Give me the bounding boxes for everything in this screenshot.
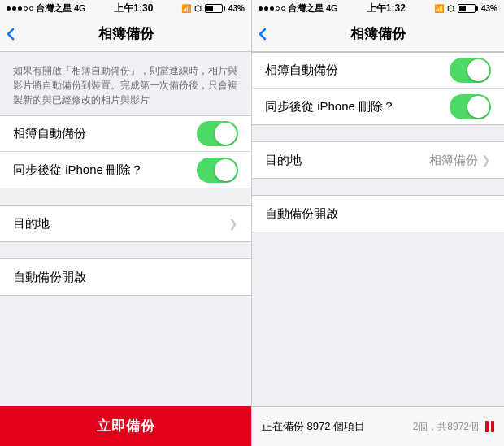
- wifi-icon-left: 📶: [181, 4, 191, 13]
- destination-value-text-right: 相簿備份: [429, 153, 478, 168]
- section-main-left: 相簿自動備份 同步後從 iPhone 刪除？: [0, 115, 251, 188]
- autoopen-label-left: 自動備份開啟: [13, 270, 86, 285]
- carrier-right: 台灣之星: [288, 2, 324, 15]
- right-panel: 台灣之星 4G 上午1:32 📶 ⬡ 43% 相簿備份: [252, 0, 504, 446]
- nav-title-left: 相簿備份: [98, 24, 154, 43]
- section-destination-right: 目的地 相簿備份 ❯: [252, 141, 504, 179]
- nav-bar-left: 相簿備份: [0, 16, 251, 52]
- row-destination-left[interactable]: 目的地 ❯: [0, 206, 251, 241]
- spacer2-right: [252, 179, 504, 195]
- auto-backup-toggle-left[interactable]: [197, 121, 238, 146]
- sync-delete-toggle-right[interactable]: [450, 94, 491, 119]
- section-main-right: 相簿自動備份 同步後從 iPhone 刪除？: [252, 52, 504, 125]
- status-bar-left-left: 台灣之星 4G: [7, 2, 86, 15]
- battery-right: [458, 4, 478, 13]
- row-destination-right[interactable]: 目的地 相簿備份 ❯: [252, 142, 504, 178]
- destination-label-left: 目的地: [13, 216, 50, 232]
- left-panel: 台灣之星 4G 上午1:30 📶 ⬡ 43% 相簿備份 如果有開啟「相簿自動: [0, 0, 252, 446]
- autoopen-label-right: 自動備份開啟: [265, 206, 338, 222]
- toggle-thumb2-left: [215, 159, 237, 181]
- nav-title-right: 相簿備份: [350, 24, 406, 43]
- time-right: 上午1:32: [367, 2, 406, 15]
- row-auto-backup-left[interactable]: 相簿自動備份: [0, 116, 251, 152]
- bluetooth-icon-left: ⬡: [194, 4, 202, 13]
- battery-pct-left: 43%: [228, 4, 245, 13]
- sync-delete-toggle-left[interactable]: [197, 158, 238, 183]
- spacer2-left: [0, 242, 251, 258]
- destination-value-left: ❯: [228, 217, 238, 230]
- spacer1-left: [0, 188, 251, 205]
- bluetooth-icon-right: ⬡: [447, 4, 454, 13]
- wifi-icon-right: 📶: [434, 4, 444, 13]
- row-auto-backup-right[interactable]: 相簿自動備份: [252, 53, 504, 89]
- description-left: 如果有開啟「相簿自動備份」，則當連線時，相片與影片將自動備份到裝置。完成第一次備…: [0, 52, 251, 115]
- content-left: 如果有開啟「相簿自動備份」，則當連線時，相片與影片將自動備份到裝置。完成第一次備…: [0, 52, 251, 406]
- status-bar-right-right: 📶 ⬡ 43%: [434, 4, 497, 13]
- signal-dots-right: [259, 6, 285, 11]
- backup-button[interactable]: 立即備份: [0, 406, 251, 446]
- nav-bar-right: 相簿備份: [252, 16, 504, 52]
- signal-dots-left: [7, 6, 33, 11]
- battery-left: [205, 4, 225, 13]
- row-sync-delete-left[interactable]: 同步後從 iPhone 刪除？: [0, 152, 251, 188]
- destination-value-right: 相簿備份 ❯: [429, 153, 491, 168]
- network-right: 4G: [326, 3, 338, 13]
- content-right: 相簿自動備份 同步後從 iPhone 刪除？ 目的地 相簿備份 ❯: [252, 52, 504, 406]
- row-sync-delete-right[interactable]: 同步後從 iPhone 刪除？: [252, 89, 504, 124]
- status-bar-left: 台灣之星 4G 上午1:30 📶 ⬡ 43%: [0, 0, 251, 16]
- progress-right: 2個，共8972個: [413, 420, 494, 434]
- status-bar-right-left: 台灣之星 4G: [259, 2, 338, 15]
- status-bar-right-left: 📶 ⬡ 43%: [181, 4, 245, 13]
- back-button-right[interactable]: [259, 28, 267, 41]
- section-autoopen-right: 自動備份開啟: [252, 195, 504, 232]
- pause-bar-1: [485, 421, 489, 432]
- toggle-thumb-left: [215, 123, 237, 145]
- status-bar-right: 台灣之星 4G 上午1:32 📶 ⬡ 43%: [252, 0, 504, 16]
- chevron-icon-right: ❯: [481, 154, 491, 167]
- pause-bar-2: [491, 421, 494, 432]
- backup-button-label: 立即備份: [97, 417, 155, 435]
- pause-button[interactable]: [485, 421, 494, 432]
- toggle-thumb-r1: [467, 59, 489, 81]
- section-destination-left: 目的地 ❯: [0, 205, 251, 242]
- carrier-left: 台灣之星: [36, 2, 72, 15]
- progress-count: 2個，共8972個: [413, 420, 479, 434]
- auto-backup-label-right: 相簿自動備份: [265, 63, 338, 78]
- section-autoopen-left: 自動備份開啟: [0, 258, 251, 296]
- battery-pct-right: 43%: [481, 4, 497, 13]
- row-autoopen-right: 自動備份開啟: [252, 196, 504, 232]
- auto-backup-toggle-right[interactable]: [450, 58, 491, 83]
- chevron-icon-left: ❯: [228, 217, 238, 230]
- auto-backup-label-left: 相簿自動備份: [13, 126, 86, 141]
- row-autoopen-left: 自動備份開啟: [0, 259, 251, 295]
- sync-delete-label-left: 同步後從 iPhone 刪除？: [13, 162, 143, 178]
- back-button-left[interactable]: [7, 28, 15, 41]
- network-left: 4G: [74, 3, 86, 13]
- progress-bar: 正在備份 8972 個項目 2個，共8972個: [252, 406, 504, 446]
- spacer1-right: [252, 125, 504, 141]
- destination-label-right: 目的地: [265, 153, 302, 168]
- sync-delete-label-right: 同步後從 iPhone 刪除？: [265, 99, 395, 115]
- toggle-thumb-r2: [467, 96, 489, 118]
- progress-text: 正在備份 8972 個項目: [262, 419, 365, 434]
- time-left: 上午1:30: [114, 2, 153, 15]
